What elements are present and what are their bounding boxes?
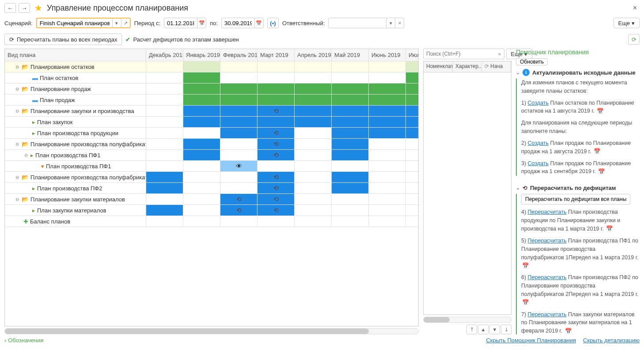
tree-row[interactable]: ⊖📂Планирование остатков [5, 61, 146, 72]
grid-cell[interactable] [369, 128, 406, 139]
period-from-input[interactable]: 📅 [164, 18, 206, 28]
recalc-link[interactable]: Перерасчитать [528, 238, 567, 244]
grid-cell[interactable] [295, 205, 332, 216]
grid-cell[interactable]: ⟲ [258, 139, 295, 150]
grid-cell[interactable] [183, 216, 220, 227]
grid-cell[interactable] [295, 117, 332, 128]
calendar-icon[interactable]: 📅 [254, 18, 263, 28]
grid-cell[interactable] [332, 83, 369, 95]
hide-assistant-link[interactable]: Скрыть Помощник Планирования [486, 337, 576, 344]
col-start[interactable]: ⟳ Нача [482, 61, 511, 72]
grid-cell[interactable] [295, 106, 332, 117]
calendar-icon[interactable]: 📅 [597, 107, 604, 116]
tree-row[interactable]: ▸План закупки материалов [5, 205, 146, 216]
grid-cell[interactable] [332, 150, 369, 161]
grid-cell[interactable] [406, 95, 419, 106]
responsible-field[interactable] [329, 20, 386, 26]
plan-grid[interactable]: Вид плана Декабрь 2018 Январь 2019 Февра… [5, 49, 418, 227]
grid-cell[interactable] [295, 172, 332, 183]
grid-cell[interactable] [332, 72, 369, 83]
grid-cell[interactable] [406, 216, 419, 227]
grid-cell[interactable] [369, 106, 406, 117]
col-month[interactable]: Февраль 2019 [220, 49, 258, 61]
grid-cell[interactable] [220, 106, 258, 117]
grid-cell[interactable] [332, 117, 369, 128]
grid-cell[interactable] [369, 205, 406, 216]
grid-cell[interactable] [406, 172, 419, 183]
recalc-link[interactable]: Перерасчитать [528, 209, 567, 215]
grid-cell[interactable] [220, 83, 258, 95]
legend-toggle[interactable]: › Обозначения [4, 337, 44, 344]
star-icon[interactable]: ★ [34, 3, 42, 13]
search-input[interactable]: × [423, 49, 504, 59]
horizontal-scrollbar[interactable] [4, 328, 419, 334]
grid-cell[interactable] [406, 161, 419, 172]
hide-details-link[interactable]: Скрыть детализацию [583, 337, 640, 344]
grid-cell[interactable] [406, 106, 419, 117]
clear-icon[interactable]: × [395, 18, 404, 28]
grid-cell[interactable] [183, 139, 220, 150]
close-button[interactable]: × [630, 4, 640, 12]
grid-cell[interactable] [183, 83, 220, 95]
grid-cell[interactable] [406, 72, 419, 83]
grid-cell[interactable] [406, 183, 419, 194]
collapse-icon[interactable]: ⊖ [15, 175, 20, 180]
grid-cell[interactable] [332, 161, 369, 172]
create-link[interactable]: Создать [528, 160, 549, 167]
dropdown-icon[interactable]: ▾ [112, 19, 121, 27]
grid-cell[interactable] [220, 128, 258, 139]
grid-cell[interactable] [332, 194, 369, 205]
grid-cell[interactable] [406, 194, 419, 205]
grid-cell[interactable] [295, 72, 332, 83]
grid-cell[interactable] [220, 61, 258, 72]
grid-cell[interactable] [146, 117, 183, 128]
refresh-grid-button[interactable]: ⟳ [628, 34, 640, 45]
grid-cell[interactable]: ⟲ [258, 183, 295, 194]
tree-row[interactable]: ⊖📂Планирование закупки и производства [5, 106, 146, 117]
col-month[interactable]: Июнь 2019 [369, 49, 406, 61]
nav-last-button[interactable]: ⤓ [501, 325, 511, 334]
detail-body[interactable] [423, 72, 511, 315]
detail-scrollbar[interactable] [423, 317, 511, 323]
grid-cell[interactable] [220, 95, 258, 106]
tree-row[interactable]: ✚Баланс планов [5, 216, 146, 227]
period-type-button[interactable]: (•) [267, 18, 279, 28]
grid-cell[interactable] [220, 183, 258, 194]
grid-cell[interactable] [332, 216, 369, 227]
recalc-link[interactable]: Перерасчитать [528, 274, 567, 280]
recalc-link[interactable]: Перерасчитать [528, 311, 567, 318]
collapse-icon[interactable]: ⊖ [15, 197, 20, 202]
grid-cell[interactable] [295, 61, 332, 72]
assistant-refresh-button[interactable]: Обновить [516, 58, 548, 65]
grid-cell[interactable] [146, 61, 183, 72]
collapse-icon[interactable]: ⊖ [15, 64, 20, 69]
grid-cell[interactable]: ⟲ [220, 205, 258, 216]
tree-row[interactable]: ▸План производства ПФ2 [5, 183, 146, 194]
col-month[interactable]: Январь 2019 [183, 49, 220, 61]
col-characteristic[interactable]: Характер... [453, 61, 482, 72]
grid-cell[interactable] [369, 161, 406, 172]
nav-first-button[interactable]: ⤒ [466, 325, 477, 334]
grid-cell[interactable] [183, 95, 220, 106]
col-plan-type[interactable]: Вид плана [5, 49, 146, 61]
grid-cell[interactable] [369, 61, 406, 72]
tree-row[interactable]: ⊖📂Планирование производства полуфабрикат… [5, 139, 146, 150]
assist-header-2[interactable]: ⌄ ⟲ Перерасчитать по дефицитам [516, 185, 640, 191]
grid-cell[interactable] [183, 161, 220, 172]
grid-cell[interactable] [183, 72, 220, 83]
tree-row[interactable]: ▬План продаж [5, 95, 146, 106]
grid-cell[interactable] [183, 61, 220, 72]
grid-cell[interactable] [332, 139, 369, 150]
nav-back-button[interactable]: ← [4, 3, 16, 13]
tree-row[interactable]: ⊖📂Планирование производства полуфабрикат… [5, 172, 146, 183]
col-month[interactable]: Май 2019 [332, 49, 369, 61]
grid-cell[interactable] [406, 150, 419, 161]
grid-cell[interactable] [332, 106, 369, 117]
grid-cell[interactable] [369, 150, 406, 161]
grid-cell[interactable] [146, 194, 183, 205]
grid-cell[interactable] [258, 61, 295, 72]
grid-cell[interactable] [183, 150, 220, 161]
grid-cell[interactable] [183, 172, 220, 183]
grid-cell[interactable]: ⟲ [258, 205, 295, 216]
responsible-input[interactable]: ▾ × [328, 18, 404, 28]
